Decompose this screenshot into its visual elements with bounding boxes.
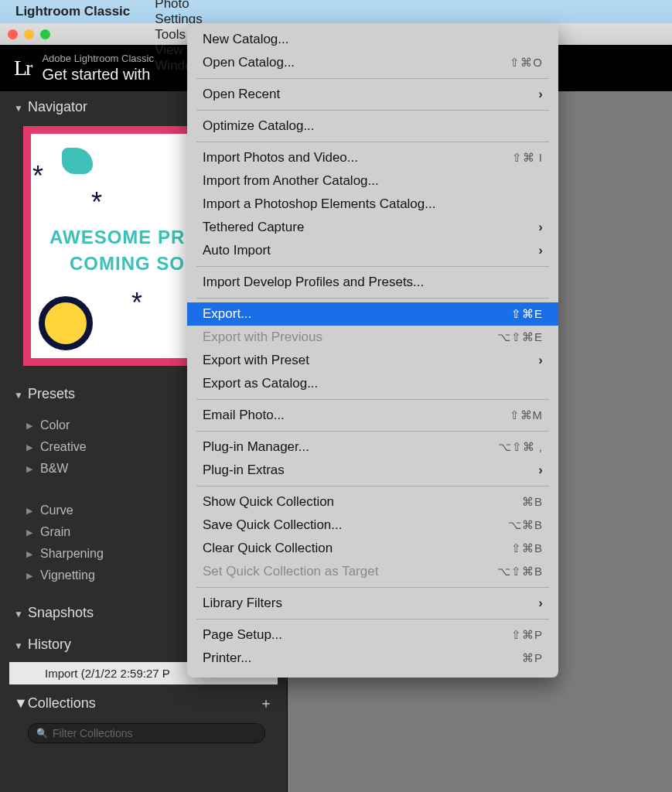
menu-item-import-develop-profiles-and-presets[interactable]: Import Develop Profiles and Presets... [187, 271, 558, 294]
menu-item-export-with-preset[interactable]: Export with Preset› [187, 349, 558, 372]
snapshots-label: Snapshots [28, 605, 94, 620]
menu-item-label: Plug-in Manager... [203, 439, 309, 455]
menu-separator [196, 142, 549, 142]
chevron-right-icon: › [538, 596, 543, 611]
menu-item-email-photo[interactable]: Email Photo...⇧⌘M [187, 404, 558, 427]
collections-label: Collections [28, 695, 96, 711]
menu-shortcut: ⇧⌘B [511, 541, 543, 555]
lightroom-logo-icon: Lr [14, 56, 31, 80]
close-window-icon[interactable] [8, 29, 18, 39]
minimize-window-icon[interactable] [24, 29, 34, 39]
navigator-label: Navigator [28, 99, 87, 114]
menu-item-import-photos-and-video[interactable]: Import Photos and Video...⇧⌘ I [187, 146, 558, 169]
menu-separator [196, 587, 549, 588]
menu-item-label: Printer... [203, 650, 251, 666]
macos-menubar: Lightroom Classic FileEditDevelopPhotoSe… [0, 0, 672, 23]
menu-item-label: Save Quick Collection... [203, 517, 342, 533]
menu-item-open-recent[interactable]: Open Recent› [187, 83, 558, 106]
collections-header[interactable]: ▼Collections ＋ [0, 686, 287, 720]
menu-item-show-quick-collection[interactable]: Show Quick Collection⌘B [187, 490, 558, 514]
presets-label: Presets [28, 386, 75, 401]
chevron-right-icon: › [538, 87, 543, 102]
disclosure-triangle-icon[interactable]: ▼ [14, 103, 23, 114]
menu-separator [196, 110, 549, 111]
menu-shortcut: ⌥⇧⌘B [497, 565, 543, 579]
menu-item-label: Plug-in Extras [203, 463, 285, 478]
disclosure-triangle-icon[interactable]: ▼ [14, 609, 23, 620]
menu-shortcut: ⌥⇧⌘E [497, 330, 543, 344]
menu-shortcut: ⇧⌘ I [512, 151, 543, 165]
menu-item-import-from-another-catalog[interactable]: Import from Another Catalog... [187, 169, 558, 193]
menu-photo[interactable]: Photo [144, 0, 213, 12]
chevron-right-icon: ▶ [26, 442, 32, 452]
menu-shortcut: ⌘B [522, 495, 543, 509]
search-placeholder: Filter Collections [53, 727, 132, 739]
add-collection-icon[interactable]: ＋ [259, 694, 273, 712]
chevron-right-icon: ▶ [26, 527, 32, 538]
menu-separator [196, 298, 549, 299]
menu-item-label: Show Quick Collection [203, 494, 334, 510]
menu-shortcut: ⌥⌘B [508, 518, 543, 532]
menu-item-label: Import Photos and Video... [203, 150, 358, 166]
menu-shortcut: ⇧⌘M [510, 408, 544, 422]
menu-item-open-catalog[interactable]: Open Catalog...⇧⌘O [187, 51, 558, 74]
app-name[interactable]: Lightroom Classic [15, 4, 130, 19]
menu-shortcut: ⇧⌘P [511, 628, 543, 642]
search-icon: 🔍 [36, 728, 48, 739]
header-subtitle: Adobe Lightroom Classic [42, 53, 154, 64]
menu-item-label: Import from Another Catalog... [203, 173, 379, 189]
chevron-right-icon: ▶ [26, 506, 32, 516]
menu-item-label: Library Filters [203, 596, 282, 611]
zoom-window-icon[interactable] [40, 29, 50, 39]
menu-item-printer[interactable]: Printer...⌘P [187, 647, 558, 670]
menu-item-label: Optimize Catalog... [203, 118, 315, 134]
menu-item-tethered-capture[interactable]: Tethered Capture› [187, 216, 558, 239]
menu-separator [196, 78, 549, 79]
disclosure-triangle-icon[interactable]: ▼ [14, 640, 23, 651]
menu-item-library-filters[interactable]: Library Filters› [187, 592, 558, 615]
menu-item-page-setup[interactable]: Page Setup...⇧⌘P [187, 623, 558, 647]
chevron-right-icon: ▶ [26, 421, 32, 431]
chevron-right-icon: › [538, 220, 543, 235]
header-title: Get started with [42, 66, 154, 84]
menu-item-label: Export as Catalog... [203, 376, 318, 391]
menu-item-label: Export with Previous [203, 329, 322, 345]
menu-item-label: New Catalog... [203, 32, 289, 47]
menu-item-export-with-previous: Export with Previous⌥⇧⌘E [187, 326, 558, 349]
disclosure-triangle-icon[interactable]: ▼ [14, 695, 28, 711]
menu-item-save-quick-collection[interactable]: Save Quick Collection...⌥⌘B [187, 514, 558, 537]
menu-item-set-quick-collection-as-target: Set Quick Collection as Target⌥⇧⌘B [187, 560, 558, 583]
menu-separator [196, 399, 549, 400]
menu-item-label: Page Setup... [203, 627, 282, 643]
menu-item-label: Export... [203, 306, 251, 322]
thumbnail-text: AWESOME PR [49, 227, 185, 248]
chevron-right-icon: › [538, 353, 543, 368]
menu-item-label: Export with Preset [203, 353, 309, 368]
disclosure-triangle-icon[interactable]: ▼ [14, 390, 23, 401]
chevron-right-icon: ▶ [26, 464, 32, 474]
menu-separator [196, 486, 549, 486]
file-menu-dropdown: New Catalog...Open Catalog...⇧⌘OOpen Rec… [187, 23, 558, 678]
menu-item-label: Email Photo... [203, 408, 285, 423]
menu-item-new-catalog[interactable]: New Catalog... [187, 28, 558, 51]
menu-shortcut: ⌘P [522, 651, 543, 665]
menu-shortcut: ⇧⌘O [510, 56, 543, 70]
menu-shortcut: ⇧⌘E [511, 307, 543, 321]
history-label: History [28, 637, 71, 652]
menu-item-clear-quick-collection[interactable]: Clear Quick Collection⇧⌘B [187, 537, 558, 560]
menu-item-import-a-photoshop-elements-catalog[interactable]: Import a Photoshop Elements Catalog... [187, 193, 558, 216]
menu-item-export-as-catalog[interactable]: Export as Catalog... [187, 372, 558, 395]
menu-separator [196, 266, 549, 267]
menu-item-auto-import[interactable]: Auto Import› [187, 239, 558, 262]
thumbnail-text: COMING SO [70, 253, 185, 275]
chevron-right-icon: ▶ [26, 549, 32, 559]
menu-separator [196, 619, 549, 620]
menu-item-label: Import Develop Profiles and Presets... [203, 275, 424, 290]
menu-item-plug-in-manager[interactable]: Plug-in Manager...⌥⇧⌘ , [187, 435, 558, 459]
collections-search-input[interactable]: 🔍 Filter Collections [28, 723, 265, 743]
menu-item-plug-in-extras[interactable]: Plug-in Extras› [187, 459, 558, 482]
menu-shortcut: ⌥⇧⌘ , [498, 440, 543, 454]
menu-item-optimize-catalog[interactable]: Optimize Catalog... [187, 114, 558, 138]
chevron-right-icon: › [538, 463, 543, 478]
menu-item-export[interactable]: Export...⇧⌘E [187, 302, 558, 326]
